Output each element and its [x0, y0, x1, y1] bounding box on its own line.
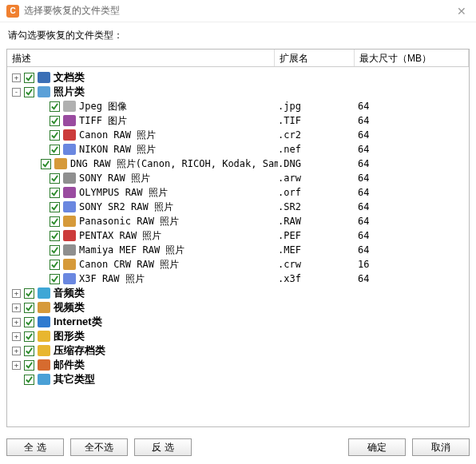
category-label: 邮件类 — [54, 358, 85, 372]
category-row[interactable]: -照片类 — [7, 85, 469, 99]
close-icon[interactable]: ✕ — [454, 5, 470, 18]
file-type-label: OLYMPUS RAW 照片 — [79, 186, 168, 200]
max-size-cell: 64 — [358, 144, 422, 155]
category-row[interactable]: +压缩存档类 — [7, 343, 469, 358]
file-type-row[interactable]: SONY SR2 RAW 照片.SR264 — [7, 200, 469, 214]
file-type-label: TIFF 图片 — [79, 114, 127, 128]
extension-cell: .nef — [278, 144, 358, 155]
max-size-cell: 64 — [358, 129, 422, 141]
expand-icon — [38, 117, 46, 125]
expand-icon[interactable]: + — [12, 289, 21, 298]
file-type-row[interactable]: PENTAX RAW 照片.PEF64 — [7, 228, 469, 243]
max-size-cell: 64 — [358, 101, 422, 112]
file-type-row[interactable]: NIKON RAW 照片.nef64 — [7, 142, 469, 157]
expand-icon — [38, 232, 46, 240]
expand-icon — [38, 275, 46, 284]
extension-cell: .crw — [278, 259, 358, 270]
extension-cell: .arw — [278, 173, 358, 184]
expand-icon[interactable]: + — [12, 332, 21, 341]
checkbox[interactable] — [24, 331, 34, 342]
checkbox[interactable] — [24, 73, 34, 83]
file-type-row[interactable]: SONY RAW 照片.arw64 — [7, 171, 469, 185]
extension-cell: .cr2 — [278, 129, 358, 141]
file-type-row[interactable]: Canon CRW RAW 照片.crw16 — [7, 257, 469, 272]
cancel-button[interactable]: 取消 — [412, 438, 470, 456]
file-icon — [63, 272, 76, 285]
extension-cell: .DNG — [278, 158, 358, 169]
file-type-row[interactable]: OLYMPUS RAW 照片.orf64 — [7, 185, 469, 200]
file-type-row[interactable]: Mamiya MEF RAW 照片.MEF64 — [7, 243, 469, 257]
checkbox[interactable] — [50, 216, 60, 227]
file-type-row[interactable]: Canon RAW 照片.cr264 — [7, 128, 469, 142]
other-icon — [38, 373, 50, 386]
checkbox[interactable] — [24, 375, 34, 385]
select-all-button[interactable]: 全 选 — [6, 438, 64, 456]
file-type-label: Canon CRW RAW 照片 — [79, 258, 179, 272]
select-none-button[interactable]: 全不选 — [70, 438, 128, 456]
audio-icon — [38, 287, 50, 299]
checkbox[interactable] — [24, 317, 34, 327]
category-row[interactable]: +音频类 — [7, 286, 469, 300]
file-type-row[interactable]: Panasonic RAW 照片.RAW64 — [7, 214, 469, 228]
category-label: 其它类型 — [54, 372, 95, 387]
file-icon — [63, 172, 76, 184]
max-size-cell: 64 — [358, 216, 422, 227]
checkbox[interactable] — [50, 260, 60, 270]
checkbox[interactable] — [24, 87, 34, 97]
file-type-label: Panasonic RAW 照片 — [79, 215, 179, 228]
expand-icon[interactable]: + — [12, 318, 21, 327]
checkbox[interactable] — [50, 173, 60, 184]
checkbox[interactable] — [50, 145, 60, 155]
file-type-row[interactable]: DNG RAW 照片(Canon, RICOH, Kodak, Samsung)… — [7, 157, 469, 171]
category-label: 视频类 — [54, 300, 85, 315]
checkbox[interactable] — [24, 288, 34, 299]
ok-button[interactable]: 确定 — [348, 438, 406, 456]
category-row[interactable]: 其它类型 — [7, 372, 469, 387]
checkbox[interactable] — [50, 101, 60, 112]
expand-icon[interactable]: + — [12, 303, 21, 312]
checkbox[interactable] — [50, 202, 60, 212]
expand-icon — [38, 131, 46, 140]
checkbox[interactable] — [50, 274, 60, 284]
col-ext-header[interactable]: 扩展名 — [275, 50, 355, 66]
checkbox[interactable] — [50, 231, 60, 241]
extension-cell: .x3f — [278, 273, 358, 284]
invert-button[interactable]: 反 选 — [134, 438, 192, 456]
content-pane: 描述 扩展名 最大尺寸（MB） +文档类-照片类Jpeg 图像.jpg64TIF… — [6, 49, 470, 427]
file-type-row[interactable]: Jpeg 图像.jpg64 — [7, 99, 469, 113]
category-row[interactable]: +Internet类 — [7, 315, 469, 329]
video-icon — [38, 301, 50, 314]
checkbox[interactable] — [50, 116, 60, 126]
col-size-header[interactable]: 最大尺寸（MB） — [355, 50, 469, 66]
file-type-tree[interactable]: +文档类-照片类Jpeg 图像.jpg64TIFF 图片.TIF64Canon … — [7, 67, 469, 426]
extension-cell: .jpg — [278, 101, 358, 112]
expand-icon — [38, 174, 46, 183]
expand-icon[interactable]: + — [12, 73, 21, 82]
checkbox[interactable] — [24, 360, 34, 371]
category-row[interactable]: +文档类 — [7, 70, 469, 85]
extension-cell: .orf — [278, 187, 358, 198]
category-row[interactable]: +视频类 — [7, 300, 469, 315]
file-icon — [63, 215, 76, 228]
prompt-text: 请勾选要恢复的文件类型： — [8, 30, 123, 41]
checkbox[interactable] — [24, 346, 34, 356]
category-label: 压缩存档类 — [54, 343, 105, 358]
checkbox[interactable] — [50, 130, 60, 141]
titlebar: C 选择要恢复的文件类型 ✕ — [0, 0, 476, 22]
col-desc-header[interactable]: 描述 — [7, 50, 275, 66]
checkbox[interactable] — [24, 303, 34, 313]
file-type-row[interactable]: X3F RAW 照片.x3f64 — [7, 272, 469, 286]
expand-icon[interactable]: + — [12, 361, 21, 370]
expand-icon[interactable]: + — [12, 347, 21, 355]
checkbox[interactable] — [41, 159, 51, 169]
checkbox[interactable] — [50, 245, 60, 256]
file-type-label: PENTAX RAW 照片 — [79, 229, 161, 243]
file-type-row[interactable]: TIFF 图片.TIF64 — [7, 113, 469, 128]
max-size-cell: 64 — [358, 158, 422, 169]
category-row[interactable]: +邮件类 — [7, 358, 469, 372]
max-size-cell: 64 — [358, 173, 422, 184]
extension-cell: .PEF — [278, 230, 358, 241]
category-row[interactable]: +图形类 — [7, 329, 469, 343]
checkbox[interactable] — [50, 188, 60, 198]
expand-icon[interactable]: - — [12, 88, 21, 97]
